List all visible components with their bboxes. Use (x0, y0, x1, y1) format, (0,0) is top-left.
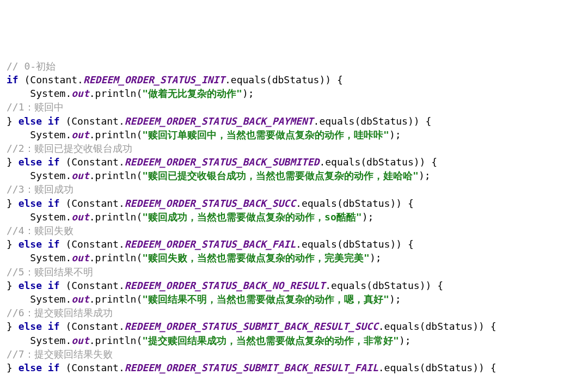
token-kw: else if (19, 280, 60, 291)
code-line: System.out.println("赎回失败，当然也需要做点复杂的动作，完美… (7, 251, 581, 265)
token-plain: System. (30, 252, 71, 263)
token-plain: System. (30, 211, 71, 223)
code-line: //7：提交赎回结果失败 (7, 347, 581, 361)
token-comment: //1：赎回中 (7, 101, 64, 113)
token-plain: ); (389, 129, 401, 140)
token-plain: .equals(dbStatus)) { (378, 321, 497, 332)
token-plain: .equals(dbStatus)) { (314, 115, 432, 127)
code-line: System.out.println("做着无比复杂的动作"); (7, 87, 581, 100)
token-field: REDEEM_ORDER_STATUS_BACK_SUCC (125, 198, 296, 209)
token-plain: } (7, 280, 19, 291)
token-str: "赎回订单赎回中，当然也需要做点复杂的动作，哇咔咔" (142, 129, 389, 140)
token-kw: else if (19, 156, 60, 168)
code-line: } else if (Constant.REDEEM_ORDER_STATUS_… (7, 155, 581, 169)
token-plain: System. (30, 170, 71, 181)
token-str: "赎回已提交收银台成功，当然也需要做点复杂的动作，娃哈哈" (142, 170, 419, 181)
code-line: //4：赎回失败 (7, 224, 581, 237)
token-plain: } (7, 238, 19, 250)
indent (7, 252, 30, 263)
code-line: // 0-初始 (7, 59, 581, 73)
code-line: } else if (Constant.REDEEM_ORDER_STATUS_… (7, 196, 581, 210)
code-line: } else if (Constant.REDEEM_ORDER_STATUS_… (7, 237, 581, 251)
token-plain: ); (370, 252, 382, 263)
token-plain: .equals(dbStatus)) { (319, 156, 437, 168)
code-line: //5：赎回结果不明 (7, 265, 581, 279)
token-plain: ); (389, 293, 401, 305)
token-field: out (71, 88, 89, 99)
token-comment: //5：赎回结果不明 (7, 266, 93, 278)
token-kw: else if (19, 198, 60, 209)
token-plain: .println( (89, 252, 143, 263)
token-str: "提交赎回结果成功，当然也需要做点复杂的动作，非常好" (142, 335, 399, 346)
token-plain: .equals(dbStatus)) { (296, 198, 414, 209)
code-line: if (Constant.REDEEM_ORDER_STATUS_INIT.eq… (7, 73, 581, 87)
token-plain: } (7, 362, 19, 373)
token-plain: (Constant. (19, 74, 83, 85)
token-plain: ); (399, 335, 411, 346)
code-line: System.out.println("赎回订单赎回中，当然也需要做点复杂的动作… (7, 128, 581, 142)
token-field: REDEEM_ORDER_STATUS_BACK_PAYMENT (125, 115, 314, 127)
token-field: REDEEM_ORDER_STATUS_BACK_SUBMITED (125, 156, 320, 168)
token-plain: } (7, 198, 19, 209)
token-plain: .println( (89, 88, 143, 99)
token-plain: .println( (89, 335, 143, 346)
token-kw: else if (19, 115, 60, 127)
token-field: out (71, 129, 89, 140)
token-plain: ); (419, 170, 431, 181)
code-line: System.out.println("赎回成功，当然也需要做点复杂的动作，so… (7, 210, 581, 224)
token-field: out (71, 335, 89, 346)
token-field: out (71, 252, 89, 263)
token-field: REDEEM_ORDER_STATUS_BACK_FAIL (125, 238, 296, 250)
token-plain: .equals(dbStatus)) { (296, 238, 414, 250)
token-comment: //2：赎回已提交收银台成功 (7, 143, 132, 154)
token-str: "赎回成功，当然也需要做点复杂的动作，so酷酷" (142, 211, 362, 223)
token-plain: .equals(dbStatus)) { (225, 74, 343, 85)
token-str: "赎回失败，当然也需要做点复杂的动作，完美完美" (142, 252, 370, 263)
code-line: //6：提交赎回结果成功 (7, 306, 581, 319)
code-line: } else if (Constant.REDEEM_ORDER_STATUS_… (7, 114, 581, 128)
code-line: System.out.println("赎回已提交收银台成功，当然也需要做点复杂… (7, 169, 581, 182)
token-plain: System. (30, 293, 71, 305)
token-plain: ); (242, 88, 254, 99)
token-plain: .println( (89, 293, 143, 305)
token-field: out (71, 293, 89, 305)
indent (7, 293, 30, 305)
token-str: "做着无比复杂的动作" (142, 88, 242, 99)
token-comment: // 0-初始 (7, 60, 56, 72)
token-kw: else if (19, 362, 60, 373)
token-comment: //6：提交赎回结果成功 (7, 307, 113, 318)
code-line: } else if (Constant.REDEEM_ORDER_STATUS_… (7, 319, 581, 333)
indent (7, 170, 30, 181)
token-plain: System. (30, 335, 71, 346)
token-plain: (Constant. (60, 198, 125, 209)
token-plain: ); (362, 211, 374, 223)
token-plain: .println( (89, 170, 143, 181)
token-plain: (Constant. (60, 362, 125, 373)
token-field: REDEEM_ORDER_STATUS_SUBMIT_BACK_RESULT_S… (125, 321, 378, 332)
token-plain: System. (30, 88, 71, 99)
indent (7, 88, 30, 99)
token-field: REDEEM_ORDER_STATUS_INIT (83, 74, 225, 85)
code-line: //2：赎回已提交收银台成功 (7, 142, 581, 155)
indent (7, 211, 30, 223)
token-field: out (71, 211, 89, 223)
token-plain: .println( (89, 211, 143, 223)
token-comment: //3：赎回成功 (7, 183, 74, 195)
token-plain: (Constant. (60, 321, 125, 332)
token-comment: //4：赎回失败 (7, 225, 74, 236)
token-field: out (71, 170, 89, 181)
token-plain: } (7, 156, 19, 168)
token-comment: //7：提交赎回结果失败 (7, 348, 113, 360)
token-plain: .equals(dbStatus)) { (325, 280, 443, 291)
code-line: } else if (Constant.REDEEM_ORDER_STATUS_… (7, 279, 581, 292)
token-plain: (Constant. (60, 280, 125, 291)
code-line: System.out.println("赎回结果不明，当然也需要做点复杂的动作，… (7, 292, 581, 306)
code-line: System.out.println("提交赎回结果成功，当然也需要做点复杂的动… (7, 334, 581, 347)
token-plain: (Constant. (60, 115, 125, 127)
token-kw: else if (19, 238, 60, 250)
token-plain: .println( (89, 129, 143, 140)
code-line: //3：赎回成功 (7, 182, 581, 196)
code-line: } else if (Constant.REDEEM_ORDER_STATUS_… (7, 361, 581, 374)
indent (7, 335, 30, 346)
token-field: REDEEM_ORDER_STATUS_BACK_NO_RESULT (125, 280, 325, 291)
